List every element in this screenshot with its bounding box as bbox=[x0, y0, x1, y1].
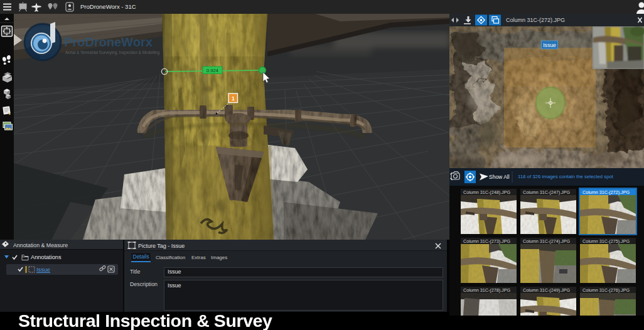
svg-text:Aerial & Terrestrial Surveying: Aerial & Terrestrial Surveying, Inspecti… bbox=[65, 50, 160, 55]
svg-text:ProDroneWorx: ProDroneWorx bbox=[64, 35, 153, 49]
svg-text:Column 31C-(274).JPG: Column 31C-(274).JPG bbox=[523, 238, 571, 244]
svg-text:Column 31C-(273).JPG: Column 31C-(273).JPG bbox=[463, 238, 511, 244]
svg-text:Issue: Issue bbox=[543, 42, 556, 48]
svg-text:Column 31C-(272).JPG: Column 31C-(272).JPG bbox=[582, 189, 630, 195]
svg-text:0.924: 0.924 bbox=[207, 68, 218, 73]
svg-text:Column 31C-(249).JPG: Column 31C-(249).JPG bbox=[523, 287, 571, 293]
svg-text:Column 31C-(276).JPG: Column 31C-(276).JPG bbox=[582, 287, 630, 293]
svg-text:1: 1 bbox=[232, 95, 235, 102]
svg-text:Column 31C-(275).JPG: Column 31C-(275).JPG bbox=[582, 238, 630, 244]
svg-text:Column 31C-(248).JPG: Column 31C-(248).JPG bbox=[463, 189, 511, 195]
svg-text:Column 31C-(278).JPG: Column 31C-(278).JPG bbox=[463, 287, 511, 293]
svg-text:Column 31C-(247).JPG: Column 31C-(247).JPG bbox=[523, 189, 571, 195]
